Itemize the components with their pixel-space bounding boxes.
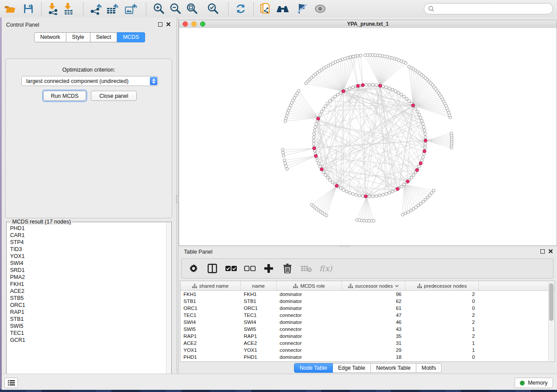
cell-shared-name[interactable]: SWI5 <box>180 326 241 333</box>
cell-MCDS-role[interactable]: connector <box>277 347 342 354</box>
table-row[interactable]: PHD1PHD1dominator180 <box>180 354 554 361</box>
search-box[interactable] <box>424 3 553 14</box>
table-settings-icon[interactable] <box>188 263 199 274</box>
deselect-all-icon[interactable] <box>244 263 256 274</box>
tab-style[interactable]: Style <box>66 32 90 42</box>
cell-predecessor-nodes[interactable]: 2 <box>405 333 479 340</box>
cell-name[interactable]: STB1 <box>241 298 277 305</box>
import-table-icon[interactable] <box>61 2 76 16</box>
cell-successor-nodes[interactable]: 61 <box>342 305 405 312</box>
cell-name[interactable]: ACE2 <box>241 340 277 347</box>
tab-network[interactable]: Network <box>34 32 66 42</box>
table-row[interactable]: RAP1RAP1dominator352 <box>180 333 554 340</box>
cell-MCDS-role[interactable]: dominator <box>277 305 342 312</box>
cell-shared-name[interactable]: ACE2 <box>180 340 241 347</box>
cell-shared-name[interactable]: YOX1 <box>180 347 241 354</box>
cell-predecessor-nodes[interactable]: 1 <box>405 326 479 333</box>
table-scrollbar[interactable] <box>548 282 554 361</box>
column-header-MCDS-role[interactable]: MCDS role <box>277 281 342 290</box>
tab-edge-table[interactable]: Edge Table <box>333 363 371 373</box>
cell-shared-name[interactable]: SWI4 <box>180 319 241 326</box>
column-header-name[interactable]: name <box>241 281 277 290</box>
select-all-icon[interactable] <box>225 263 237 274</box>
zoom-in-icon[interactable] <box>151 2 166 16</box>
cell-successor-nodes[interactable]: 46 <box>342 319 405 326</box>
zoom-fit-icon[interactable] <box>184 2 199 16</box>
cell-MCDS-role[interactable]: dominator <box>277 354 342 361</box>
cell-shared-name[interactable]: PHD1 <box>180 354 241 361</box>
tab-node-table[interactable]: Node Table <box>294 363 333 373</box>
table-row[interactable]: SWI5SWI5connector431 <box>180 326 554 333</box>
new-network-from-selection-icon[interactable] <box>258 2 273 16</box>
table-row[interactable]: FKH1FKH1dominator962 <box>180 291 554 298</box>
export-network-icon[interactable] <box>88 2 103 16</box>
cell-predecessor-nodes[interactable]: 1 <box>405 347 479 354</box>
cell-successor-nodes[interactable]: 35 <box>342 333 405 340</box>
column-header-successor-nodes[interactable]: successor nodes <box>342 281 405 290</box>
run-mcds-button[interactable]: Run MCDS <box>43 91 86 101</box>
delete-columns-icon[interactable] <box>282 263 293 274</box>
table-row[interactable]: SWI4SWI4dominator462 <box>180 319 554 326</box>
cell-MCDS-role[interactable]: connector <box>277 326 342 333</box>
cell-shared-name[interactable]: FKH1 <box>180 291 241 298</box>
tab-select[interactable]: Select <box>90 32 118 42</box>
cell-name[interactable]: SWI5 <box>241 326 277 333</box>
mcds-result-list[interactable]: PHD1CAR1STP4TID3YOX1SWI4SRD1PMA2FKH1ACE2… <box>7 224 166 384</box>
table-row[interactable]: ACE2ACE2connector311 <box>180 340 554 347</box>
float-table-panel-icon[interactable] <box>540 249 545 254</box>
network-titlebar[interactable]: YPA_prune.txt_1 <box>179 20 557 28</box>
cell-shared-name[interactable]: TEC1 <box>180 312 241 319</box>
cell-MCDS-role[interactable]: dominator <box>277 298 342 305</box>
cell-successor-nodes[interactable]: 62 <box>342 298 405 305</box>
export-image-icon[interactable] <box>123 2 138 16</box>
split-panel-icon[interactable] <box>207 263 218 274</box>
search-input[interactable] <box>437 5 549 12</box>
cell-shared-name[interactable]: RAP1 <box>180 333 241 340</box>
cell-predecessor-nodes[interactable]: 1 <box>405 340 479 347</box>
tab-motifs[interactable]: Motifs <box>416 363 442 373</box>
float-panel-icon[interactable] <box>158 22 163 27</box>
cell-MCDS-role[interactable]: connector <box>277 312 342 319</box>
zoom-selected-icon[interactable] <box>205 2 220 16</box>
cell-name[interactable]: TEC1 <box>241 312 277 319</box>
open-file-icon[interactable] <box>3 2 17 16</box>
tab-mcds[interactable]: MCDS <box>117 32 145 42</box>
cell-shared-name[interactable]: STB1 <box>180 298 241 305</box>
close-panel-icon[interactable] <box>166 22 171 27</box>
close-table-panel-icon[interactable] <box>548 249 553 254</box>
first-neighbors-icon[interactable] <box>275 2 290 16</box>
cell-successor-nodes[interactable]: 96 <box>342 291 405 298</box>
cell-successor-nodes[interactable]: 31 <box>342 340 405 347</box>
cell-successor-nodes[interactable]: 18 <box>342 354 405 361</box>
criterion-select[interactable]: largest connected component (undirected) <box>21 76 158 86</box>
task-history-button[interactable] <box>4 378 18 388</box>
cell-predecessor-nodes[interactable]: 0 <box>405 305 479 312</box>
table-row[interactable]: ORC1ORC1dominator610 <box>180 305 554 312</box>
cell-predecessor-nodes[interactable]: 2 <box>405 312 479 319</box>
show-all-icon[interactable] <box>313 2 328 16</box>
cell-predecessor-nodes[interactable]: 2 <box>405 319 479 326</box>
cell-MCDS-role[interactable]: dominator <box>277 319 342 326</box>
create-column-icon[interactable] <box>263 263 274 274</box>
mcds-list-scrollbar[interactable] <box>166 223 171 384</box>
memory-button[interactable]: Memory <box>515 378 553 388</box>
cell-name[interactable]: RAP1 <box>241 333 277 340</box>
cell-predecessor-nodes[interactable]: 0 <box>405 298 479 305</box>
table-row[interactable]: TEC1TEC1connector472 <box>180 312 554 319</box>
cell-MCDS-role[interactable]: dominator <box>277 291 342 298</box>
cell-shared-name[interactable]: ORC1 <box>180 305 241 312</box>
cell-name[interactable]: FKH1 <box>241 291 277 298</box>
table-row[interactable]: YOX1YOX1connector291 <box>180 347 554 354</box>
cell-successor-nodes[interactable]: 43 <box>342 326 405 333</box>
cell-successor-nodes[interactable]: 47 <box>342 312 405 319</box>
tab-network-table[interactable]: Network Table <box>371 363 416 373</box>
cell-MCDS-role[interactable]: connector <box>277 340 342 347</box>
column-header-predecessor-nodes[interactable]: predecessor nodes <box>405 281 479 290</box>
table-scrollbar-thumb[interactable] <box>549 283 554 321</box>
export-table-icon[interactable] <box>105 2 120 16</box>
cell-MCDS-role[interactable]: dominator <box>277 333 342 340</box>
apply-layout-icon[interactable] <box>233 2 248 16</box>
hide-selection-icon[interactable] <box>294 2 309 16</box>
cell-predecessor-nodes[interactable]: 0 <box>405 354 479 361</box>
import-network-icon[interactable] <box>45 2 60 16</box>
